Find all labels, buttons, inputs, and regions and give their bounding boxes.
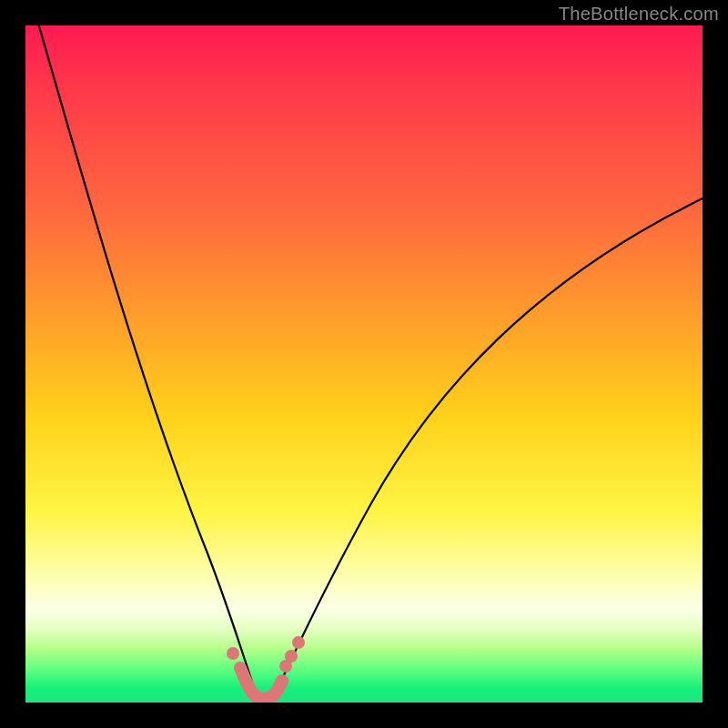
bottleneck-plot [25, 25, 703, 703]
watermark-label: TheBottleneck.com [559, 4, 719, 25]
highlight-dot [285, 650, 298, 662]
highlight-band [240, 668, 282, 699]
highlight-dot [227, 647, 239, 660]
highlight-dot [292, 636, 305, 649]
chart-area [25, 25, 703, 703]
bottleneck-curve [31, 25, 703, 699]
